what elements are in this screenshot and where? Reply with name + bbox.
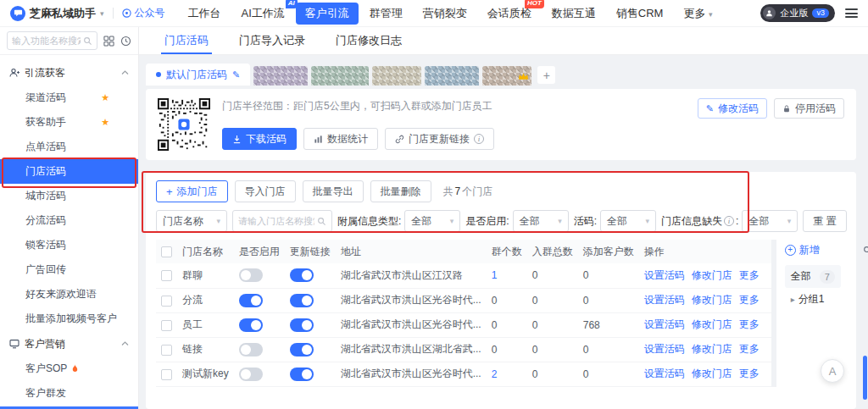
enable-toggle[interactable] — [239, 318, 263, 332]
sidebar-item-order-code[interactable]: 点单活码 — [0, 135, 138, 159]
group-count[interactable]: 2 — [492, 368, 498, 380]
code-select[interactable]: 全部▾ — [600, 210, 656, 232]
history-icon[interactable] — [120, 36, 131, 47]
sidebar-item-customer-mass-send[interactable]: 客户群发 — [0, 381, 138, 406]
sidebar-item-channel-code[interactable]: 渠道活码★ — [0, 86, 138, 110]
nav-item-ai-workflow[interactable]: AI工作流AI — [232, 3, 294, 25]
sidebar-item-store-code[interactable]: 门店活码 — [0, 159, 138, 184]
reset-button[interactable]: 重 置 — [803, 210, 846, 232]
more-link[interactable]: 更多 — [739, 343, 760, 355]
group-count[interactable]: 0 — [492, 319, 498, 331]
enable-toggle[interactable] — [239, 368, 263, 381]
disable-code-button[interactable]: 停用活码 — [774, 98, 844, 119]
batch-export-button[interactable]: 批量导出 — [303, 180, 364, 202]
import-store-button[interactable]: 导入门店 — [235, 180, 296, 202]
row-checkbox[interactable] — [161, 270, 172, 281]
update-link-toggle[interactable] — [290, 294, 314, 307]
nav-item-sales-crm[interactable]: 销售CRM — [607, 3, 673, 25]
enabled-select[interactable]: 全部▾ — [513, 210, 569, 232]
store-search-input[interactable] — [238, 216, 314, 226]
tab-store-code[interactable]: 门店活码 — [149, 27, 224, 54]
row-checkbox[interactable] — [161, 369, 172, 380]
plan-badge[interactable]: 企业版 v3 — [760, 4, 835, 22]
set-code-link[interactable]: 设置活码 — [644, 318, 685, 330]
sidebar-item-customer-sop[interactable]: 客户SOP — [0, 356, 138, 381]
tab-default-store-code[interactable]: 默认门店活码 ✎ — [146, 64, 250, 86]
select-all-checkbox[interactable] — [161, 246, 172, 257]
row-checkbox[interactable] — [161, 320, 172, 331]
app-logo[interactable]: 芝麻私域助手 ▾ — [10, 6, 104, 21]
nav-item-workbench[interactable]: 工作台 — [179, 3, 231, 25]
more-link[interactable]: 更多 — [739, 294, 760, 306]
edit-store-link[interactable]: 修改门店 — [692, 368, 732, 379]
nav-item-more[interactable]: 更多 ▾ — [674, 3, 721, 25]
redacted-tab[interactable] — [482, 66, 531, 86]
enable-toggle[interactable] — [239, 268, 263, 282]
update-link-toggle[interactable] — [290, 343, 314, 356]
sidebar-section-marketing[interactable]: 客户营销 — [0, 331, 138, 356]
nav-item-chat-inspection[interactable]: 会话质检HOT — [478, 3, 541, 25]
redacted-tab[interactable] — [253, 66, 308, 86]
edit-store-link[interactable]: 修改门店 — [692, 294, 732, 306]
enable-toggle[interactable] — [239, 343, 263, 356]
batch-delete-button[interactable]: 批量删除 — [370, 180, 431, 202]
set-code-link[interactable]: 设置活码 — [644, 294, 685, 306]
set-code-link[interactable]: 设置活码 — [644, 343, 685, 355]
missing-info-select[interactable]: 全部▾ — [742, 210, 798, 232]
edit-store-link[interactable]: 修改门店 — [692, 318, 732, 330]
function-search[interactable] — [7, 31, 97, 50]
add-store-button[interactable]: +添加门店 — [156, 180, 228, 202]
group-item-group1[interactable]: ▸ 分组1 0 — [785, 288, 868, 311]
official-account-link[interactable]: 公众号 — [122, 6, 165, 20]
more-link[interactable]: 更多 — [739, 368, 760, 379]
data-stats-button[interactable]: 数据统计 — [303, 128, 378, 150]
nav-item-group-management[interactable]: 群管理 — [360, 3, 412, 25]
panel-layout-icon[interactable] — [103, 36, 114, 47]
edit-store-link[interactable]: 修改门店 — [692, 343, 732, 355]
group-search-button[interactable]: 搜索 — [863, 243, 868, 257]
add-group-button[interactable]: +新增 — [785, 243, 820, 257]
tab-store-change-log[interactable]: 门店修改日志 — [320, 27, 417, 54]
table-row[interactable]: 测试新key 湖北省武汉市洪山区光谷时代... 2 0 0 设置活码修改门店更多 — [156, 362, 771, 386]
group-count[interactable]: 1 — [492, 269, 498, 281]
more-link[interactable]: 更多 — [739, 269, 760, 281]
table-row[interactable]: 分流 湖北省武汉市洪山区光谷时代... 0 0 0 设置活码修改门店更多 — [156, 288, 771, 312]
tab-store-import-records[interactable]: 门店导入记录 — [224, 27, 320, 54]
menu-icon[interactable] — [845, 8, 858, 18]
row-checkbox[interactable] — [161, 345, 172, 356]
table-row[interactable]: 员工 湖北省武汉市洪山区光谷时代... 0 0 768 设置活码修改门店更多 — [156, 312, 771, 337]
group-count[interactable]: 0 — [492, 295, 498, 307]
redacted-tab[interactable] — [311, 66, 369, 86]
row-checkbox[interactable] — [161, 296, 172, 307]
store-qr-code[interactable] — [158, 98, 210, 151]
nav-item-data-connect[interactable]: 数据互通 — [542, 3, 605, 25]
update-link-toggle[interactable] — [290, 368, 314, 381]
redacted-tab[interactable] — [425, 66, 479, 86]
add-tab-button[interactable]: + — [537, 66, 555, 84]
group-item-all[interactable]: 全部 7 — [785, 265, 841, 288]
set-code-link[interactable]: 设置活码 — [644, 269, 685, 281]
edit-icon[interactable]: ✎ — [232, 69, 240, 80]
sidebar-item-lock-customer-code[interactable]: 锁客活码 — [0, 233, 138, 257]
update-link-toggle[interactable] — [290, 268, 314, 282]
update-link-toggle[interactable] — [290, 318, 314, 332]
nav-item-customer-acquisition[interactable]: 客户引流 — [296, 3, 359, 25]
store-update-link-button[interactable]: 门店更新链接 i — [385, 128, 494, 150]
redacted-tab[interactable] — [372, 66, 421, 86]
sidebar-item-acquisition-assistant[interactable]: 获客助手★ — [0, 110, 138, 135]
sidebar-item-city-code[interactable]: 城市活码 — [0, 184, 138, 208]
modify-code-button[interactable]: ✎ 修改活码 — [698, 98, 767, 119]
sidebar-item-split-code[interactable]: 分流活码 — [0, 208, 138, 233]
function-search-input[interactable] — [12, 36, 81, 46]
store-search-box[interactable] — [232, 210, 332, 232]
more-link[interactable]: 更多 — [739, 318, 760, 330]
enable-toggle[interactable] — [239, 294, 263, 307]
sidebar-item-batch-add-video-customers[interactable]: 批量添加视频号客户 — [0, 307, 138, 331]
set-code-link[interactable]: 设置活码 — [644, 368, 685, 379]
floating-assistant-button[interactable]: A — [821, 359, 844, 383]
table-row[interactable]: 链接 湖北省武汉市洪山区湖北省武... 0 0 0 设置活码修改门店更多 — [156, 337, 771, 362]
sidebar-item-friend-source-welcome[interactable]: 好友来源欢迎语 — [0, 282, 138, 307]
name-field-select[interactable]: 门店名称▾ — [156, 210, 227, 232]
group-count[interactable]: 0 — [492, 344, 498, 356]
edit-store-link[interactable]: 修改门店 — [692, 269, 732, 281]
